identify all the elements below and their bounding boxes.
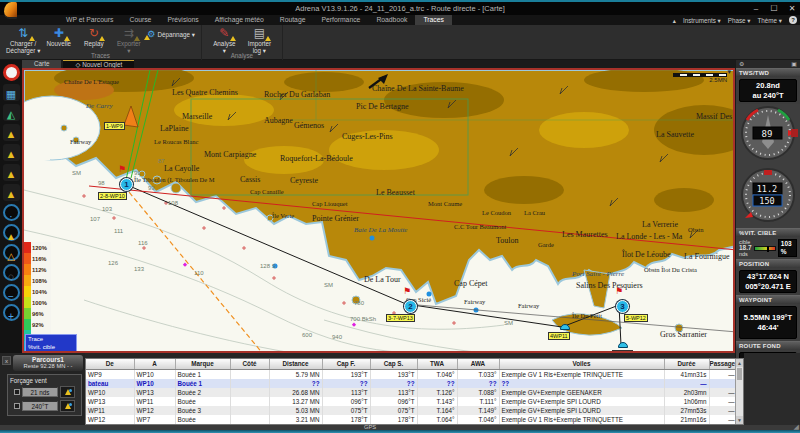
table-row[interactable]: WP13WP11Bouée13.27 MN096°T096°TT.143°T.1… [86, 397, 737, 406]
ribbon-button-replay[interactable]: ↻Replay [77, 26, 110, 47]
route-mark-4-button[interactable]: ▲ [3, 184, 20, 201]
forcage-checkbox[interactable] [14, 403, 20, 409]
chart-tab-nouvel-onglet[interactable]: ◇Nouvel Onglet [63, 60, 134, 68]
chart-label: La Sauvette [656, 130, 694, 139]
minimize-button[interactable]: – [750, 4, 762, 14]
col-header-distance[interactable]: Distance [269, 359, 322, 369]
forcage-field-0[interactable]: 21 nds [22, 387, 58, 397]
boat-chart-button[interactable]: ◭ [3, 104, 20, 121]
legend-value: 104% [32, 289, 47, 295]
chart-label: 111 [114, 228, 123, 234]
resize-grip[interactable]: ◢ [794, 423, 799, 430]
buoy-marker[interactable] [618, 342, 628, 348]
close-button[interactable]: ✕ [786, 4, 798, 14]
select-area-button[interactable]: ◌ [3, 264, 20, 281]
ribbon-button-analyse[interactable]: ✎Analyse ▾ [208, 26, 241, 54]
col-header-c-t[interactable]: Côté [230, 359, 269, 369]
menu-collapse[interactable]: ▴ [673, 17, 676, 24]
buoy-pick-button[interactable] [60, 400, 75, 412]
col-header-dur-e[interactable]: Durée [664, 359, 709, 369]
chart-label: Mont Carpiagne [204, 150, 256, 159]
scroll-thumb[interactable] [737, 368, 742, 380]
man-overboard-button[interactable]: ● [3, 64, 20, 81]
ribbon-button-exporter[interactable]: ⇉Exporter ▾ [112, 26, 145, 54]
chart-map-button[interactable]: ▦ [3, 84, 20, 101]
col-header-passage[interactable]: Passage à [709, 359, 737, 369]
chart-label: Massif Des [696, 112, 732, 121]
menu-tab-roadbook[interactable]: Roadbook [368, 15, 415, 25]
ribbon-button-importer-log[interactable]: ▤Importer log ▾ [243, 26, 276, 54]
col-header-cap-s[interactable]: Cap S. [370, 359, 417, 369]
table-cell [230, 388, 269, 397]
table-cell: ?? [322, 379, 370, 388]
chart-label: Fairway [518, 302, 539, 309]
table-cell: 075°T [322, 406, 370, 415]
menu-tab-pr-visions[interactable]: Prévisions [159, 15, 206, 25]
menu-tab-affichage-m-t-o[interactable]: Affichage météo [207, 15, 272, 25]
menu-tab-course[interactable]: Course [121, 15, 159, 25]
col-header-a[interactable]: A [134, 359, 175, 369]
route-mark-2-button[interactable]: ▲ [3, 144, 20, 161]
table-row[interactable]: WP12WP7Bouée3.21 MN178°T178°TT.064°T.046… [86, 415, 737, 424]
col-header-twa[interactable]: TWA [417, 359, 457, 369]
buoy-pick-button[interactable] [60, 386, 75, 398]
chart-tab-bar: Carte◇Nouvel Onglet [22, 60, 735, 68]
waypoint-marker-1[interactable]: 1 [120, 178, 133, 191]
menu-tab-traces[interactable]: Traces [415, 15, 452, 25]
forcage-field-1[interactable]: 240°T [22, 401, 58, 411]
zoom-out-button[interactable]: − [3, 284, 20, 301]
menu-phase[interactable]: Phase ▾ [728, 17, 751, 24]
chart-label: Pic De Bertagne [356, 102, 408, 111]
maximize-button[interactable]: ☐ [768, 4, 780, 14]
menu-tab-wp-et-parcours[interactable]: WP et Parcours [58, 15, 121, 25]
ribbon-button-nouvelle[interactable]: ✚Nouvelle [42, 26, 75, 47]
chart-label: Îlot De Léoube [622, 250, 670, 259]
chart-menu-arrow-icon[interactable]: ▾ [727, 68, 731, 76]
table-cell: 1h06mn [664, 397, 709, 406]
menu-instruments[interactable]: Instruments ▾ [683, 17, 721, 24]
zoom-boat-button[interactable]: △ [3, 244, 20, 261]
table-cell: WP10 [134, 379, 175, 388]
menu-th-me[interactable]: Thème ▾ [757, 17, 782, 24]
zoom-point-button[interactable]: · [3, 204, 20, 221]
table-row[interactable]: WP10WP13Bouée 226.68 MN113°T113°TT.126°T… [86, 388, 737, 397]
importer-log-icon: ▤ [243, 27, 276, 40]
scroll-down-icon[interactable]: ▼ [736, 416, 743, 424]
col-header-awa[interactable]: AWA [457, 359, 499, 369]
table-cell: 5.79 MN [269, 369, 322, 379]
col-header-marque[interactable]: Marque [175, 359, 230, 369]
table-row[interactable]: WP9WP10Bouée 15.79 MN193°T193°TT.046°T.0… [86, 369, 737, 379]
help-button[interactable]: ? [789, 16, 797, 24]
table-cell: WP12 [134, 406, 175, 415]
route-mark-3-button[interactable]: ▲ [3, 164, 20, 181]
chart-label: Salins Des Pesquiers [576, 281, 643, 290]
zoom-marks-button[interactable]: ▲ [3, 224, 20, 241]
route-mark-1-button[interactable]: ▲ [3, 124, 20, 141]
flag-icon: ⚑ [118, 165, 126, 174]
chart-tab-carte[interactable]: Carte [22, 60, 61, 68]
forcage-checkbox[interactable] [14, 389, 20, 395]
table-scrollbar[interactable]: ▲ ▼ [735, 359, 743, 424]
chart-label: SM [72, 170, 81, 176]
col-header-de[interactable]: De [86, 359, 134, 369]
ribbon-button-charger-d-charger[interactable]: ⇅Charger / Décharger ▾ [6, 26, 40, 54]
gear-icon[interactable]: ⚙ [739, 60, 744, 68]
table-cell: WP11 [134, 397, 175, 406]
col-header-voiles[interactable]: Voiles [499, 359, 664, 369]
ribbon-button-d-pannage[interactable]: ⚙Dépannage ▾ [147, 28, 195, 39]
scroll-up-icon[interactable]: ▲ [736, 359, 743, 367]
menu-tab-performance[interactable]: Performance [313, 15, 368, 25]
chart-canvas[interactable]: 2.5MN ▾ 120%116%112%108%104%100%96%92%88… [22, 68, 735, 353]
menu-tab-routage[interactable]: Routage [272, 15, 314, 25]
parcours-close-button[interactable]: x [2, 356, 11, 365]
table-cell: — [664, 379, 709, 388]
table-row[interactable]: bateauWP10Bouée 1????????????— [86, 379, 737, 388]
table-row[interactable]: WP11WP12Bouée 35.03 MN075°T075°TT.164°T.… [86, 406, 737, 415]
zoom-in-button[interactable]: + [3, 304, 20, 321]
buoy-marker[interactable] [560, 324, 570, 330]
waypoint-marker-3[interactable]: 3 [616, 300, 629, 313]
col-header-cap-f[interactable]: Cap F. [322, 359, 370, 369]
chart-label: Rocher Du Garlaban [264, 90, 330, 99]
grid-icon[interactable]: ▣ [791, 60, 797, 68]
waypoint-marker-2[interactable]: 2 [404, 300, 417, 313]
